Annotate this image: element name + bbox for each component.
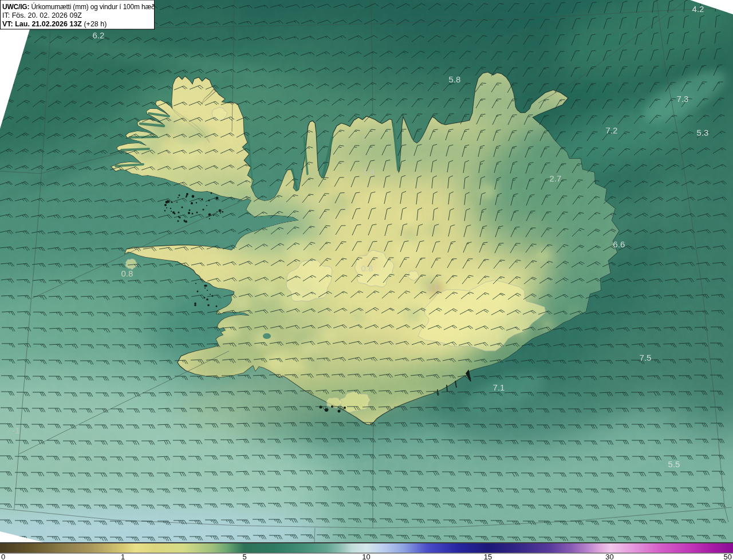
svg-text:UWC/IG: Úrkomumætti (mm) og vi: UWC/IG: Úrkomumætti (mm) og vindur í 100…: [2, 2, 155, 11]
svg-text:10: 10: [362, 553, 370, 560]
svg-text:0: 0: [1, 553, 5, 560]
svg-text:5: 5: [242, 553, 246, 560]
svg-text:50: 50: [724, 553, 732, 560]
svg-text:IT: Fös. 20. 02. 2026 09Z: IT: Fös. 20. 02. 2026 09Z: [2, 11, 82, 19]
svg-text:15: 15: [484, 553, 492, 560]
svg-text:VT: Lau. 21.02.2026 13Z (+28 h: VT: Lau. 21.02.2026 13Z (+28 h): [2, 20, 107, 28]
svg-text:1: 1: [121, 553, 125, 560]
svg-text:30: 30: [605, 553, 613, 560]
